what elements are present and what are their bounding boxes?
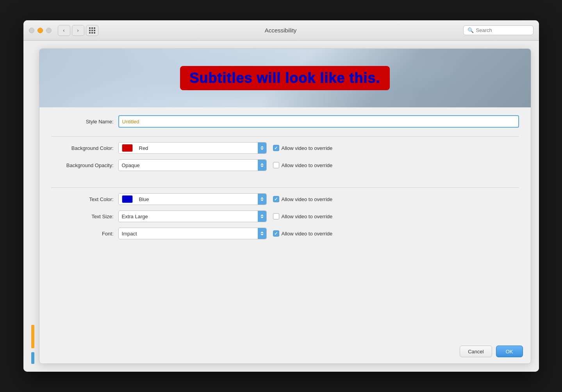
chevron-updown-icon [260, 163, 264, 167]
subtitle-preview-text: Subtitles will look like this. [189, 70, 380, 86]
back-button[interactable]: ‹ [58, 25, 70, 36]
text-size-override-label: Allow video to override [282, 214, 333, 219]
style-name-label: Style Name: [51, 119, 114, 125]
text-color-arrow[interactable] [258, 194, 266, 205]
text-size-override: Allow video to override [273, 213, 333, 219]
text-size-select-container[interactable]: Extra Large [118, 210, 267, 222]
bg-color-value: Red [139, 145, 148, 151]
ok-button[interactable]: OK [496, 346, 523, 357]
section-gap-1 [51, 176, 519, 184]
grid-icon [89, 27, 95, 34]
bg-opacity-select-container[interactable]: Opaque [118, 159, 267, 171]
bg-opacity-override-checkbox[interactable] [273, 162, 279, 168]
bg-opacity-select-text: Opaque [119, 160, 258, 171]
bg-opacity-arrow[interactable] [258, 160, 266, 171]
font-override-checkbox[interactable] [273, 230, 279, 237]
chevron-updown-icon [260, 214, 264, 218]
font-arrow[interactable] [258, 228, 266, 239]
bg-opacity-label: Background Opacity: [51, 162, 114, 168]
text-size-row: Text Size: Extra Large [51, 210, 519, 222]
search-icon: 🔍 [467, 27, 474, 33]
main-window: ‹ › Accessibility 🔍 Su [23, 20, 539, 372]
bg-color-swatch [122, 144, 133, 152]
chevron-updown-icon [260, 232, 264, 235]
titlebar: ‹ › Accessibility 🔍 [23, 20, 539, 41]
bg-opacity-value: Opaque [122, 162, 140, 168]
bg-color-arrow[interactable] [258, 143, 266, 153]
main-content: Subtitles will look like this. Style Nam… [23, 41, 539, 372]
text-size-override-checkbox[interactable] [273, 213, 279, 219]
style-name-input[interactable] [118, 115, 519, 128]
text-color-value: Blue [139, 196, 149, 202]
traffic-lights [29, 28, 52, 33]
search-box[interactable]: 🔍 [463, 25, 533, 35]
maximize-button[interactable] [46, 28, 52, 33]
search-input[interactable] [476, 27, 529, 33]
text-size-select-text: Extra Large [119, 211, 258, 222]
grid-view-button[interactable] [86, 25, 98, 36]
preview-area: Subtitles will look like this. [39, 49, 531, 107]
bg-color-label: Background Color: [51, 145, 114, 151]
separator-1 [51, 136, 519, 137]
font-override: Allow video to override [273, 230, 333, 237]
font-value: Impact [122, 231, 137, 237]
chevron-updown-icon [260, 197, 264, 201]
nav-buttons: ‹ › [58, 25, 84, 36]
dialog: Subtitles will look like this. Style Nam… [39, 48, 531, 364]
bg-opacity-override: Allow video to override [273, 162, 333, 168]
text-color-override-label: Allow video to override [282, 196, 333, 202]
minimize-button[interactable] [37, 28, 43, 33]
subtitle-preview-background: Subtitles will look like this. [180, 66, 389, 90]
bg-opacity-override-label: Allow video to override [282, 162, 333, 168]
style-name-row: Style Name: [51, 115, 519, 128]
bg-color-select-text: Red [119, 143, 258, 153]
font-label: Font: [51, 231, 114, 237]
bg-color-override-checkbox[interactable] [273, 145, 279, 151]
close-button[interactable] [29, 28, 34, 33]
text-color-select-text: Blue [119, 194, 258, 205]
font-select-container[interactable]: Impact [118, 228, 267, 239]
font-select-text: Impact [119, 228, 258, 239]
window-title: Accessibility [98, 27, 463, 34]
font-row: Font: Impact [51, 228, 519, 239]
text-color-label: Text Color: [51, 196, 114, 202]
button-area: Cancel OK [39, 341, 531, 363]
text-size-arrow[interactable] [258, 211, 266, 222]
form-area: Style Name: Background Color: Red [39, 107, 531, 341]
forward-button[interactable]: › [72, 25, 84, 36]
text-size-value: Extra Large [122, 214, 148, 219]
text-color-row: Text Color: Blue [51, 193, 519, 205]
bg-opacity-row: Background Opacity: Opaque [51, 159, 519, 171]
sidebar-strip [31, 48, 37, 364]
bg-color-row: Background Color: Red [51, 142, 519, 154]
sidebar-accent-orange [31, 325, 34, 348]
text-color-override: Allow video to override [273, 196, 333, 202]
bg-color-select-container[interactable]: Red [118, 142, 267, 154]
text-size-label: Text Size: [51, 214, 114, 219]
text-color-override-checkbox[interactable] [273, 196, 279, 202]
bg-color-override-label: Allow video to override [282, 145, 333, 151]
chevron-updown-icon [260, 146, 264, 150]
bg-color-override: Allow video to override [273, 145, 333, 151]
separator-2 [51, 187, 519, 188]
text-color-select-container[interactable]: Blue [118, 193, 267, 205]
cancel-button[interactable]: Cancel [460, 346, 492, 357]
sidebar-accent-blue [31, 352, 34, 364]
font-override-label: Allow video to override [282, 231, 333, 237]
text-color-swatch [122, 195, 133, 203]
